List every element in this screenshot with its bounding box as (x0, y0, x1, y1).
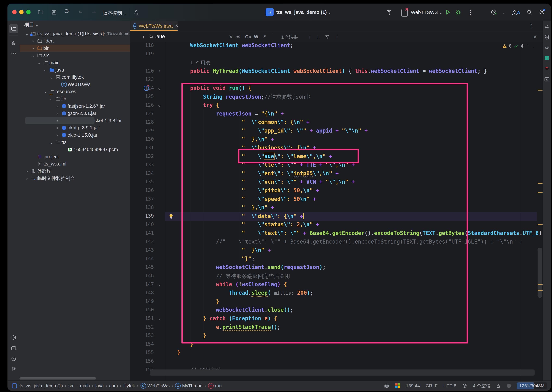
tree-item-fastjson-1.2.67.jar[interactable]: ›fastjson-1.2.67.jar (20, 103, 130, 110)
close-search-icon[interactable]: ✕ (533, 34, 537, 40)
code-line-123[interactable]: 123 (130, 76, 543, 84)
code-line-136[interactable]: 136 " \"pitch\": 50,\n" + (130, 186, 543, 195)
zoom-window-button[interactable] (26, 10, 30, 14)
breadcrumb-item-iflytek[interactable]: iflytek (123, 383, 135, 388)
code-line-128[interactable]: 128 " \"common\": {\n" + (130, 118, 543, 127)
fold-marker[interactable]: ⌄ (158, 316, 161, 321)
tree-item-gson-2.3.1.jar[interactable]: ›gson-2.3.1.jar (20, 110, 130, 117)
search-everywhere-icon[interactable] (526, 9, 533, 15)
code-line-148[interactable]: 148 Thread.sleep( millis: 200); (130, 289, 543, 297)
tree-item-Java-WebSocket-1.3.8.jar[interactable]: ›Java-WebSocket-1.3.8.jar (20, 117, 130, 124)
tree-chevron[interactable]: › (24, 176, 30, 181)
memory-indicator[interactable]: 1261/3048M (517, 382, 547, 389)
highlight-level-icon[interactable] (462, 383, 467, 388)
breadcrumb-item-run[interactable]: mrun (208, 383, 222, 389)
code-line-153[interactable]: 153 } (130, 331, 543, 340)
code-line-156[interactable]: 156 (130, 357, 543, 366)
code-inlay-line[interactable]: 1 个用法 (130, 58, 543, 67)
code-line-127[interactable]: 127 requestJson = "{\n" + (130, 110, 543, 118)
breadcrumb-item-tts_ws_java_demo-1-[interactable]: tts_ws_java_demo (1) (12, 383, 63, 388)
tree-chevron[interactable]: › (54, 125, 60, 130)
indent-setting[interactable]: 4 个空格 (473, 383, 490, 389)
warning-stripe-mark[interactable] (538, 183, 543, 184)
copilot-disabled-icon[interactable] (384, 383, 390, 389)
save-icon[interactable] (51, 9, 57, 15)
filter-icon[interactable] (325, 34, 330, 39)
terminal-tool-icon[interactable] (9, 344, 18, 353)
structure-tool-icon[interactable] (9, 38, 18, 47)
code-line-125[interactable]: 125 String requestJson;//请求参数json串 (130, 92, 543, 101)
tree-item-main[interactable]: ⌄main (20, 59, 130, 66)
code-line-142[interactable]: 142 //" \"text\": \"" + Base64.getEncode… (130, 238, 543, 246)
newline-icon[interactable]: ⏎ (236, 34, 240, 40)
forward-icon[interactable]: → (91, 8, 97, 14)
settings-gear-icon[interactable] (539, 9, 545, 15)
code-pane[interactable]: 118 WebSocketClient webSocketClient;119 … (130, 42, 543, 380)
prev-match-icon[interactable]: ↑ (308, 34, 311, 39)
caret-position[interactable]: 139:44 (406, 383, 420, 388)
tree-item-临时文件和控制台[interactable]: ›临时文件和控制台 (20, 175, 130, 182)
regex-toggle[interactable]: .* (262, 34, 266, 39)
tree-chevron[interactable]: ⌄ (36, 60, 42, 65)
database-icon[interactable] (544, 35, 550, 40)
tree-chevron[interactable]: ⌄ (42, 89, 48, 94)
code-line-141[interactable]: 141 " \"text\": \"" + Base64.getEncoder(… (130, 229, 543, 238)
open-folder-icon[interactable] (37, 9, 43, 15)
more-tool-windows-icon[interactable]: ⋯ (9, 49, 18, 58)
code-line-130[interactable]: 130 " },\n" + (130, 135, 543, 144)
breadcrumb-item-main[interactable]: main (80, 383, 90, 388)
notifications-bell-icon[interactable] (544, 23, 550, 29)
warning-stripe-mark[interactable] (538, 290, 543, 291)
tree-item-.project[interactable]: .project (20, 153, 130, 160)
intention-bulb-icon[interactable] (169, 214, 173, 219)
tree-item-外部库[interactable]: ›外部库 (20, 168, 130, 175)
match-case-toggle[interactable]: Cc (245, 34, 251, 39)
override-gutter-icon[interactable] (144, 86, 149, 91)
tree-chevron[interactable]: ⌄ (30, 53, 36, 58)
code-line-118[interactable]: 118 WebSocketClient webSocketClient; (130, 42, 543, 50)
minimize-window-button[interactable] (19, 10, 23, 14)
profiler-icon[interactable] (491, 9, 497, 15)
tree-chevron[interactable]: ⌄ (24, 31, 30, 36)
tree-item-java[interactable]: ⌄java (20, 66, 130, 73)
lock-icon[interactable] (496, 383, 501, 388)
gradle-icon[interactable] (544, 45, 550, 50)
code-line-135[interactable]: 135 " \"vcn\": \"" + VCN + "\",\n" + (130, 178, 543, 186)
code-line-147[interactable]: 147⌄ while (!wsCloseFlag) { (130, 280, 543, 289)
tree-item-bin[interactable]: ›bin (20, 45, 130, 52)
plugin-icon-green[interactable] (544, 55, 550, 61)
tree-item-okhttp-3.9.1.jar[interactable]: ›okhttp-3.9.1.jar (20, 124, 130, 131)
code-line-137[interactable]: 137 " \"speed\": 50\n" + (130, 195, 543, 204)
panel-horizontal-scrollbar[interactable] (20, 378, 96, 379)
file-encoding[interactable]: UTF-8 (443, 383, 456, 388)
fold-marker[interactable]: ⌄ (158, 85, 161, 90)
search-options-icon[interactable]: ⋮ (334, 34, 339, 40)
build-hammer-icon[interactable] (386, 9, 392, 15)
breadcrumb-item-WebTtsWs[interactable]: CWebTtsWs (140, 383, 170, 389)
problems-tool-icon[interactable] (9, 354, 18, 363)
git-tool-icon[interactable] (9, 364, 18, 374)
status-dot-icon[interactable] (507, 384, 511, 388)
expand-replace-icon[interactable]: › (143, 34, 145, 39)
tree-chevron[interactable]: ⌄ (48, 96, 54, 101)
ai-assistant-icon[interactable] (544, 77, 550, 82)
breadcrumb-item-src[interactable]: src (68, 383, 74, 388)
code-line-133[interactable]: 133 " \"tte\": \"" + TTE + "\",\n" + (130, 161, 543, 169)
warning-stripe-mark[interactable] (538, 192, 543, 193)
tree-item-tts[interactable]: ⌄tts (20, 139, 130, 146)
warning-stripe-mark[interactable] (538, 90, 543, 91)
microsoft-icon[interactable] (395, 383, 400, 388)
tree-chevron[interactable]: ⌄ (42, 68, 48, 72)
plugin-icon-red[interactable] (544, 65, 550, 71)
words-toggle[interactable]: W (254, 34, 258, 39)
clear-search-icon[interactable]: ✕ (229, 34, 233, 40)
tab-webttsws-java[interactable]: C WebTtsWs.java ✕ (130, 21, 178, 31)
breadcrumb-item-MyThread[interactable]: CMyThread (175, 383, 203, 389)
editor-horizontal-scrollbar[interactable] (150, 370, 535, 376)
code-line-140[interactable]: 140 " \"status\": 2,\n" + (130, 221, 543, 229)
tree-chevron[interactable]: › (54, 104, 60, 109)
tree-item-.idea[interactable]: ›.idea (20, 37, 130, 45)
code-line-144[interactable]: 144 "}"; (130, 255, 543, 263)
run-button[interactable] (444, 9, 451, 15)
breadcrumb-item-com[interactable]: com (109, 383, 118, 388)
